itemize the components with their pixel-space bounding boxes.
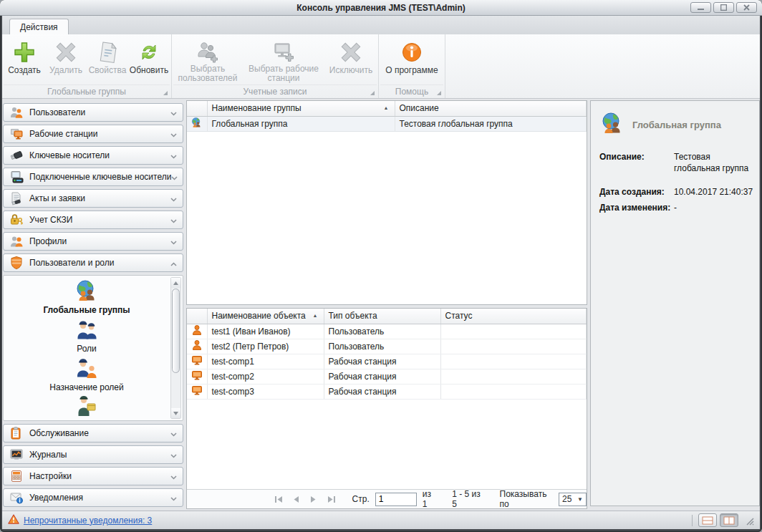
sidebar-item-roles[interactable]: Роли [74, 317, 100, 354]
column-header-object-type[interactable]: Тип объекта [324, 309, 440, 324]
journal-chart-icon [9, 448, 24, 462]
resize-grip[interactable] [744, 516, 754, 526]
table-row[interactable]: test-comp1 Рабочая станция [187, 354, 587, 369]
sidebar-item-role-assignment[interactable]: Назначение ролей [49, 356, 123, 392]
next-page-button[interactable] [308, 493, 319, 505]
sidebar-item-label: Настройки [29, 471, 72, 481]
column-header-description[interactable]: Описание [395, 101, 587, 116]
unread-notifications-link[interactable]: Непрочитанные уведомления: 3 [24, 516, 152, 526]
about-info-icon [400, 39, 424, 65]
pagination-bar: Стр. из 1 1 - 5 из 5 Показывать по 25 ▼ [187, 489, 587, 508]
sort-asc-icon: ▲ [384, 105, 389, 110]
column-header-status[interactable]: Статус [440, 309, 587, 324]
sidebar-item-szki-accounting[interactable]: Учет СКЗИ [3, 211, 183, 229]
sidebar-item-label: Назначение ролей [49, 382, 123, 392]
sidebar-item-label: Рабочие станции [29, 129, 97, 139]
page-number-input[interactable] [375, 493, 417, 506]
group-name-cell: Глобальная группа [207, 116, 395, 131]
sidebar-item-maintenance[interactable]: Обслуживание [3, 424, 183, 442]
sidebar-item-label: Подключенные ключевые носители [29, 172, 171, 182]
table-row[interactable]: test2 (Петр Петров) Пользователь [187, 339, 587, 354]
sidebar-item-profiles[interactable]: Профили [3, 232, 183, 251]
chevron-down-icon [170, 427, 177, 440]
delete-x-icon [54, 39, 78, 65]
sidebar-item-global-groups[interactable]: Глобальные группы [43, 279, 130, 315]
column-header-icon[interactable] [187, 101, 207, 116]
chevron-down-icon [170, 106, 177, 119]
object-status-cell [440, 354, 587, 369]
vertical-split-icon [723, 516, 735, 525]
sidebar-item-notifications[interactable]: Уведомления [3, 488, 183, 507]
last-page-button[interactable] [325, 493, 337, 505]
page-size-dropdown[interactable]: 25 ▼ [559, 493, 587, 506]
sidebar-item-workstations[interactable]: Рабочие станции [3, 125, 183, 143]
select-workstations-icon [271, 39, 296, 64]
exclude-button-label: Исключить [329, 66, 372, 75]
column-header-object-name[interactable]: Наименование объекта▲ [207, 309, 324, 324]
refresh-button[interactable]: Обновить [128, 36, 170, 83]
first-page-button[interactable] [273, 493, 284, 505]
sidebar-item-label: Глобальные группы [43, 305, 130, 315]
client-area: Действия Создать Удалить [2, 16, 760, 529]
chevron-up-icon [170, 256, 177, 269]
minimize-button[interactable] [690, 2, 711, 13]
scroll-down-icon[interactable] [171, 408, 180, 418]
sidebar-item-acts-requests[interactable]: Акты и заявки [3, 189, 183, 208]
table-row[interactable]: test-comp2 Рабочая станция [187, 369, 587, 384]
column-header-icon[interactable] [187, 309, 207, 324]
select-workstations-button[interactable]: Выбрать рабочие станции [242, 36, 325, 83]
sidebar-scrollbar[interactable] [170, 277, 181, 419]
sidebar-item-label: Акты и заявки [29, 193, 85, 203]
connected-usb-icon [9, 170, 24, 184]
previous-page-button[interactable] [290, 493, 302, 505]
sidebar-item-journals[interactable]: Журналы [3, 445, 183, 464]
create-button[interactable]: Создать [4, 36, 45, 83]
sidebar-item-label: Роли [77, 344, 97, 354]
object-name-cell: test-comp2 [207, 369, 324, 384]
pages-total-label: из 1 [423, 489, 437, 509]
created-date-value: 10.04.2017 21:40:37 [674, 187, 753, 198]
sidebar-item-label: Журналы [29, 450, 67, 460]
sidebar-expanded-panel: Глобальные группы Роли Назначение ролей [3, 275, 183, 421]
title-bar: Консоль управления JMS (TEST\Admin) [0, 0, 762, 16]
group-corner-icon [370, 91, 375, 95]
properties-button-label: Свойства [89, 66, 127, 75]
select-users-button[interactable]: Выбрать пользователей [173, 36, 242, 83]
page-label: Стр. [352, 494, 370, 504]
about-button[interactable]: О программе [380, 36, 443, 83]
layout-horizontal-button[interactable] [698, 513, 717, 527]
maximize-button[interactable] [713, 2, 734, 13]
object-name-cell: test-comp3 [207, 384, 324, 399]
layout-vertical-button[interactable] [720, 513, 738, 527]
select-users-icon [196, 39, 220, 64]
sidebar-item-settings[interactable]: Настройки [3, 467, 183, 485]
sidebar-item-partial[interactable] [74, 395, 100, 420]
tab-strip: Действия [2, 16, 760, 34]
sidebar-item-users[interactable]: Пользователи [3, 103, 183, 122]
select-users-button-label: Выбрать пользователей [173, 64, 242, 84]
table-row[interactable]: Глобальная группа Тестовая глобальная гр… [187, 116, 587, 131]
close-button[interactable] [736, 2, 757, 13]
scroll-up-icon[interactable] [171, 278, 180, 288]
chevron-down-icon [170, 213, 177, 226]
column-header-group-name[interactable]: Наименование группы▲ [207, 101, 395, 116]
exclude-button[interactable]: Исключить [325, 36, 377, 83]
page-size-value: 25 [562, 494, 572, 504]
content-area: Наименование группы▲ Описание Глобальная… [186, 100, 587, 509]
tab-actions[interactable]: Действия [9, 19, 69, 34]
description-value: Тестовая глобальная группа [674, 152, 751, 174]
table-row[interactable]: test1 (Иван Иванов) Пользователь [187, 324, 587, 339]
status-bar: Непрочитанные уведомления: 3 [2, 511, 760, 529]
object-name-cell: test2 (Петр Петров) [207, 339, 324, 354]
modified-date-label: Дата изменения: [599, 203, 674, 214]
sidebar-item-label: Учет СКЗИ [29, 215, 72, 225]
roles-icon [74, 317, 100, 343]
scroll-thumb[interactable] [172, 289, 180, 373]
dropdown-caret-icon: ▼ [577, 496, 583, 503]
table-row[interactable]: test-comp3 Рабочая станция [187, 384, 587, 399]
sidebar-item-key-media[interactable]: Ключевые носители [3, 146, 183, 165]
sidebar-item-users-roles[interactable]: Пользователи и роли [3, 253, 183, 272]
properties-button[interactable]: Свойства [87, 36, 128, 83]
delete-button[interactable]: Удалить [45, 36, 87, 83]
sidebar-item-connected-key-media[interactable]: Подключенные ключевые носители [3, 168, 183, 186]
